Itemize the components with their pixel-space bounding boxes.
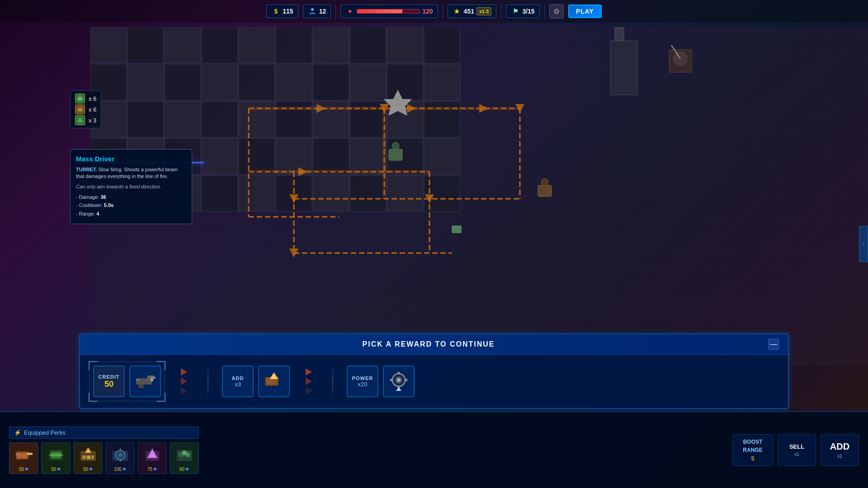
- credits-icon: $: [271, 7, 280, 16]
- svg-rect-5: [239, 27, 275, 63]
- perk-slot-5[interactable]: 75: [137, 442, 167, 474]
- credit-label: CREDIT: [99, 374, 120, 380]
- svg-rect-114: [405, 379, 407, 381]
- tooltip-stats: - Damage: 36 - Cooldown: 5.0s - Range: 4: [76, 193, 186, 218]
- svg-rect-10: [424, 27, 460, 63]
- svg-rect-80: [615, 27, 624, 41]
- add-sub: x1: [837, 454, 842, 459]
- unit-list: x 6 x 6 x 3: [70, 90, 101, 128]
- perk-icon-6: [174, 445, 195, 465]
- play-button[interactable]: PLAY: [568, 5, 602, 18]
- tooltip-note: Can only aim towards a fixed direction.: [76, 184, 186, 189]
- svg-rect-76: [538, 185, 552, 197]
- svg-rect-101: [138, 385, 144, 388]
- credit-reward-card[interactable]: CREDIT 50: [93, 366, 125, 397]
- svg-rect-40: [424, 138, 460, 174]
- svg-marker-126: [85, 447, 91, 453]
- reward-header: PICK A REWARD TO CONTINUE —: [80, 334, 788, 355]
- power-reward-card[interactable]: POWER x20: [347, 366, 378, 397]
- health-icon: ♥: [345, 7, 354, 16]
- svg-rect-22: [127, 101, 164, 137]
- add-button[interactable]: ADD x1: [821, 434, 859, 466]
- svg-rect-23: [165, 101, 201, 137]
- unit-count-2: x 6: [89, 106, 96, 113]
- svg-rect-7: [313, 27, 349, 63]
- perk-icon-3: [78, 445, 99, 465]
- perk-slot-3[interactable]: 50: [73, 442, 103, 474]
- wave-display: ⚑ 3/15: [506, 5, 539, 18]
- svg-point-91: [311, 8, 314, 11]
- svg-rect-15: [239, 64, 275, 100]
- svg-rect-100: [151, 377, 156, 379]
- arrow-2: [181, 378, 187, 385]
- svg-rect-9: [387, 27, 423, 63]
- unit-icon-1: [75, 94, 85, 103]
- minimize-button[interactable]: —: [768, 339, 779, 350]
- perks-grid: 50 50: [9, 442, 199, 474]
- units-display: 12: [303, 5, 331, 18]
- boost-value: 5: [751, 455, 754, 462]
- reward-content: CREDIT 50: [80, 355, 788, 408]
- gun-icon: [134, 370, 156, 393]
- wave-value: 3/15: [522, 8, 534, 15]
- svg-point-75: [392, 142, 399, 150]
- svg-rect-19: [387, 64, 423, 100]
- right-edge-handle[interactable]: ›: [859, 226, 868, 262]
- reward-panel: PICK A REWARD TO CONTINUE — CREDIT 50: [79, 333, 789, 409]
- bottom-bar: ⚡ Equipped Perks 50: [0, 411, 868, 488]
- svg-rect-128: [87, 455, 90, 459]
- gun-reward-card[interactable]: [129, 366, 161, 397]
- svg-rect-118: [27, 453, 33, 455]
- power-label: POWER: [352, 375, 373, 381]
- credits-value: 115: [283, 8, 293, 15]
- svg-point-96: [79, 107, 81, 109]
- sell-button[interactable]: SELL x1: [778, 434, 816, 466]
- svg-rect-17: [313, 64, 349, 100]
- svg-rect-1: [90, 27, 127, 63]
- svg-point-130: [90, 468, 92, 470]
- svg-rect-102: [136, 379, 140, 380]
- gear-reward-card[interactable]: [383, 366, 415, 397]
- add-reward-card[interactable]: ADD x3: [222, 366, 254, 397]
- health-bar-fill: [357, 9, 402, 13]
- svg-rect-24: [202, 101, 238, 137]
- svg-rect-38: [350, 138, 386, 174]
- perk-slot-6[interactable]: 60: [170, 442, 199, 474]
- boost-range-button[interactable]: BOOST RANGE 5: [732, 434, 773, 466]
- svg-point-124: [57, 468, 60, 470]
- svg-marker-78: [452, 226, 461, 233]
- perk-slot-1[interactable]: 50: [9, 442, 38, 474]
- top-hud: $ 115 12 ♥ 120 ★ 451 x1.5 ⚑ 3/15: [0, 0, 868, 23]
- svg-point-140: [154, 468, 156, 470]
- unit-row-1: x 6: [75, 94, 96, 103]
- settings-button[interactable]: ⚙: [549, 4, 564, 19]
- reward-option-1: CREDIT 50: [89, 361, 165, 401]
- svg-point-103: [151, 379, 153, 381]
- health-value: 120: [422, 8, 433, 15]
- svg-rect-49: [387, 175, 423, 211]
- upgrade-reward-card[interactable]: [258, 366, 290, 397]
- svg-rect-105: [266, 378, 277, 385]
- svg-rect-129: [91, 455, 94, 459]
- upgrade-icon: [263, 370, 285, 393]
- perk-slot-4[interactable]: 100: [105, 442, 135, 474]
- svg-rect-48: [350, 175, 386, 211]
- tooltip-title: Mass Driver: [76, 155, 186, 163]
- svg-rect-127: [82, 455, 86, 459]
- perk-slot-2[interactable]: 50: [41, 442, 71, 474]
- svg-point-120: [25, 468, 28, 470]
- svg-rect-6: [276, 27, 312, 63]
- svg-rect-16: [276, 64, 312, 100]
- tooltip-damage: - Damage: 36: [76, 193, 186, 202]
- perk-cost-1: 50: [19, 467, 28, 472]
- gear-icon: [387, 370, 410, 393]
- perks-label: ⚡ Equipped Perks: [9, 427, 199, 439]
- cost-icon-2: [57, 467, 61, 471]
- boost-label: BOOST: [743, 439, 763, 445]
- svg-point-144: [182, 450, 187, 455]
- svg-rect-37: [313, 138, 349, 174]
- unit-count-1: x 6: [89, 95, 96, 102]
- reward-option-2: ADD x3: [222, 366, 290, 397]
- unit-icon-2: [75, 104, 85, 114]
- tooltip-cooldown: - Cooldown: 5.0s: [76, 201, 186, 210]
